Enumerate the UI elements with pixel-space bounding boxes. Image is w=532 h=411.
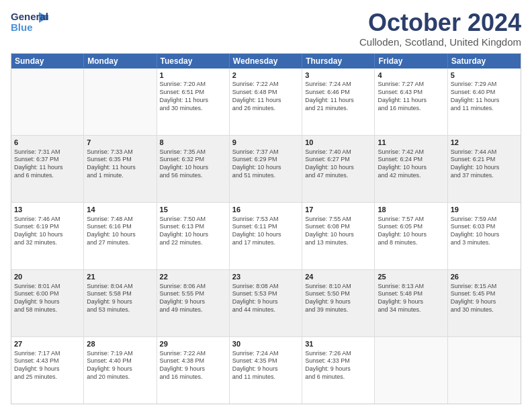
cell-info: Sunrise: 7:22 AMSunset: 6:48 PMDaylight:… bbox=[232, 81, 299, 112]
day-number: 29 bbox=[160, 339, 226, 349]
cal-row-2: 13Sunrise: 7:46 AMSunset: 6:19 PMDayligh… bbox=[11, 203, 521, 270]
calendar-body: 1Sunrise: 7:20 AMSunset: 6:51 PMDaylight… bbox=[11, 68, 521, 404]
day-number: 3 bbox=[305, 71, 371, 81]
cell-info: Sunrise: 8:15 AMSunset: 5:45 PMDaylight:… bbox=[451, 283, 518, 314]
day-cell-27: 27Sunrise: 7:17 AMSunset: 4:43 PMDayligh… bbox=[11, 337, 84, 404]
cell-info: Sunrise: 8:06 AMSunset: 5:55 PMDaylight:… bbox=[160, 283, 226, 314]
day-number: 23 bbox=[232, 272, 299, 282]
day-cell-31: 31Sunrise: 7:26 AMSunset: 4:33 PMDayligh… bbox=[302, 337, 375, 404]
logo-svg: GeneralBlue bbox=[11, 9, 51, 35]
day-cell-17: 17Sunrise: 7:55 AMSunset: 6:08 PMDayligh… bbox=[302, 203, 375, 269]
svg-text:General: General bbox=[11, 11, 48, 22]
day-cell-16: 16Sunrise: 7:53 AMSunset: 6:11 PMDayligh… bbox=[230, 203, 302, 269]
day-number: 7 bbox=[87, 138, 153, 148]
day-number: 31 bbox=[305, 339, 371, 349]
cell-info: Sunrise: 8:13 AMSunset: 5:48 PMDaylight:… bbox=[378, 283, 444, 314]
header-day-tuesday: Tuesday bbox=[157, 54, 230, 68]
cell-info: Sunrise: 7:26 AMSunset: 4:33 PMDaylight:… bbox=[305, 350, 371, 381]
day-number: 25 bbox=[378, 272, 444, 282]
header-day-friday: Friday bbox=[375, 54, 447, 68]
page: GeneralBlue October 2024 Culloden, Scotl… bbox=[0, 0, 532, 411]
empty-cell-0-1 bbox=[84, 68, 157, 135]
cal-row-4: 27Sunrise: 7:17 AMSunset: 4:43 PMDayligh… bbox=[11, 337, 521, 404]
day-number: 18 bbox=[378, 205, 444, 215]
cell-info: Sunrise: 8:10 AMSunset: 5:50 PMDaylight:… bbox=[305, 283, 371, 314]
header-day-sunday: Sunday bbox=[11, 54, 84, 68]
day-cell-10: 10Sunrise: 7:40 AMSunset: 6:27 PMDayligh… bbox=[302, 136, 375, 202]
day-cell-25: 25Sunrise: 8:13 AMSunset: 5:48 PMDayligh… bbox=[375, 270, 447, 336]
day-cell-26: 26Sunrise: 8:15 AMSunset: 5:45 PMDayligh… bbox=[448, 270, 521, 336]
cell-info: Sunrise: 7:24 AMSunset: 4:35 PMDaylight:… bbox=[232, 350, 299, 381]
day-cell-3: 3Sunrise: 7:24 AMSunset: 6:46 PMDaylight… bbox=[302, 68, 375, 135]
cal-row-3: 20Sunrise: 8:01 AMSunset: 6:00 PMDayligh… bbox=[11, 270, 521, 337]
day-number: 6 bbox=[14, 138, 81, 148]
cell-info: Sunrise: 7:22 AMSunset: 4:38 PMDaylight:… bbox=[160, 350, 226, 381]
cal-row-0: 1Sunrise: 7:20 AMSunset: 6:51 PMDaylight… bbox=[11, 68, 521, 136]
day-number: 20 bbox=[14, 272, 81, 282]
day-cell-24: 24Sunrise: 8:10 AMSunset: 5:50 PMDayligh… bbox=[302, 270, 375, 336]
day-number: 1 bbox=[160, 71, 226, 81]
empty-cell-4-6 bbox=[448, 337, 521, 404]
cell-info: Sunrise: 7:57 AMSunset: 6:05 PMDaylight:… bbox=[378, 216, 444, 247]
day-number: 13 bbox=[14, 205, 81, 215]
cell-info: Sunrise: 8:08 AMSunset: 5:53 PMDaylight:… bbox=[232, 283, 299, 314]
subtitle: Culloden, Scotland, United Kingdom bbox=[359, 36, 521, 48]
day-number: 30 bbox=[232, 339, 299, 349]
day-number: 22 bbox=[160, 272, 226, 282]
day-cell-23: 23Sunrise: 8:08 AMSunset: 5:53 PMDayligh… bbox=[230, 270, 302, 336]
day-cell-15: 15Sunrise: 7:50 AMSunset: 6:13 PMDayligh… bbox=[157, 203, 230, 269]
day-number: 14 bbox=[87, 205, 153, 215]
day-cell-12: 12Sunrise: 7:44 AMSunset: 6:21 PMDayligh… bbox=[448, 136, 521, 202]
cell-info: Sunrise: 7:19 AMSunset: 4:40 PMDaylight:… bbox=[87, 350, 153, 381]
calendar: SundayMondayTuesdayWednesdayThursdayFrid… bbox=[11, 53, 521, 404]
cell-info: Sunrise: 7:37 AMSunset: 6:29 PMDaylight:… bbox=[232, 148, 299, 180]
day-number: 17 bbox=[305, 205, 371, 215]
day-number: 12 bbox=[451, 138, 518, 148]
cell-info: Sunrise: 7:27 AMSunset: 6:43 PMDaylight:… bbox=[378, 81, 444, 112]
cell-info: Sunrise: 7:40 AMSunset: 6:27 PMDaylight:… bbox=[305, 148, 371, 180]
day-cell-20: 20Sunrise: 8:01 AMSunset: 6:00 PMDayligh… bbox=[11, 270, 84, 336]
day-number: 8 bbox=[160, 138, 226, 148]
cell-info: Sunrise: 7:46 AMSunset: 6:19 PMDaylight:… bbox=[14, 216, 81, 247]
day-cell-28: 28Sunrise: 7:19 AMSunset: 4:40 PMDayligh… bbox=[84, 337, 157, 404]
header-day-saturday: Saturday bbox=[448, 54, 521, 68]
cal-row-1: 6Sunrise: 7:31 AMSunset: 6:37 PMDaylight… bbox=[11, 136, 521, 203]
day-cell-11: 11Sunrise: 7:42 AMSunset: 6:24 PMDayligh… bbox=[375, 136, 447, 202]
cell-info: Sunrise: 7:17 AMSunset: 4:43 PMDaylight:… bbox=[14, 350, 81, 381]
day-cell-19: 19Sunrise: 7:59 AMSunset: 6:03 PMDayligh… bbox=[448, 203, 521, 269]
day-number: 10 bbox=[305, 138, 371, 148]
day-number: 11 bbox=[378, 138, 444, 148]
day-cell-22: 22Sunrise: 8:06 AMSunset: 5:55 PMDayligh… bbox=[157, 270, 230, 336]
day-number: 21 bbox=[87, 272, 153, 282]
cell-info: Sunrise: 7:44 AMSunset: 6:21 PMDaylight:… bbox=[451, 148, 518, 180]
day-cell-30: 30Sunrise: 7:24 AMSunset: 4:35 PMDayligh… bbox=[230, 337, 302, 404]
main-title: October 2024 bbox=[359, 9, 521, 36]
svg-text:Blue: Blue bbox=[11, 21, 33, 33]
day-cell-9: 9Sunrise: 7:37 AMSunset: 6:29 PMDaylight… bbox=[230, 136, 302, 202]
header: GeneralBlue October 2024 Culloden, Scotl… bbox=[11, 9, 521, 48]
cell-info: Sunrise: 7:24 AMSunset: 6:46 PMDaylight:… bbox=[305, 81, 371, 112]
day-number: 16 bbox=[232, 205, 299, 215]
day-cell-18: 18Sunrise: 7:57 AMSunset: 6:05 PMDayligh… bbox=[375, 203, 447, 269]
cell-info: Sunrise: 7:29 AMSunset: 6:40 PMDaylight:… bbox=[451, 81, 518, 112]
day-cell-13: 13Sunrise: 7:46 AMSunset: 6:19 PMDayligh… bbox=[11, 203, 84, 269]
day-cell-4: 4Sunrise: 7:27 AMSunset: 6:43 PMDaylight… bbox=[375, 68, 447, 135]
logo: GeneralBlue bbox=[11, 9, 51, 35]
day-cell-8: 8Sunrise: 7:35 AMSunset: 6:32 PMDaylight… bbox=[157, 136, 230, 202]
day-number: 2 bbox=[232, 71, 299, 81]
day-number: 5 bbox=[451, 71, 518, 81]
day-cell-2: 2Sunrise: 7:22 AMSunset: 6:48 PMDaylight… bbox=[230, 68, 302, 135]
cell-info: Sunrise: 7:59 AMSunset: 6:03 PMDaylight:… bbox=[451, 216, 518, 247]
cell-info: Sunrise: 8:04 AMSunset: 5:58 PMDaylight:… bbox=[87, 283, 153, 314]
day-cell-29: 29Sunrise: 7:22 AMSunset: 4:38 PMDayligh… bbox=[157, 337, 230, 404]
cell-info: Sunrise: 7:33 AMSunset: 6:35 PMDaylight:… bbox=[87, 148, 153, 180]
day-cell-21: 21Sunrise: 8:04 AMSunset: 5:58 PMDayligh… bbox=[84, 270, 157, 336]
header-day-thursday: Thursday bbox=[302, 54, 375, 68]
day-cell-14: 14Sunrise: 7:48 AMSunset: 6:16 PMDayligh… bbox=[84, 203, 157, 269]
empty-cell-4-5 bbox=[375, 337, 447, 404]
day-cell-7: 7Sunrise: 7:33 AMSunset: 6:35 PMDaylight… bbox=[84, 136, 157, 202]
title-area: October 2024 Culloden, Scotland, United … bbox=[359, 9, 521, 48]
header-day-monday: Monday bbox=[84, 54, 157, 68]
cell-info: Sunrise: 7:31 AMSunset: 6:37 PMDaylight:… bbox=[14, 148, 81, 180]
cell-info: Sunrise: 7:42 AMSunset: 6:24 PMDaylight:… bbox=[378, 148, 444, 180]
